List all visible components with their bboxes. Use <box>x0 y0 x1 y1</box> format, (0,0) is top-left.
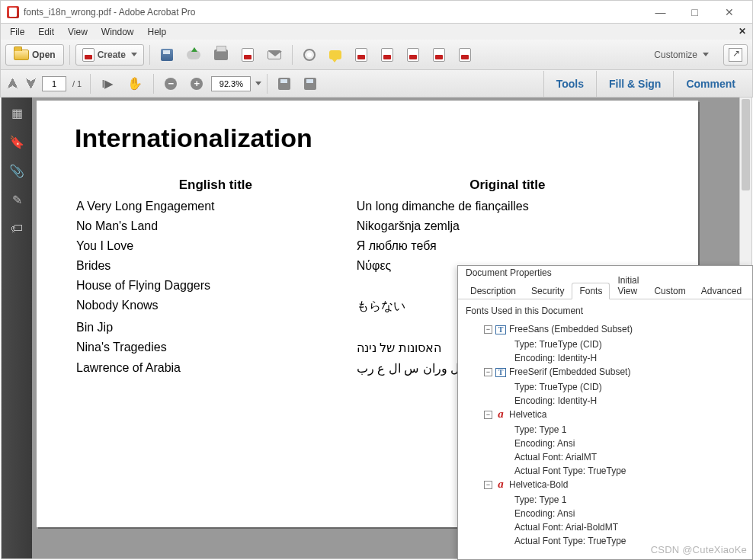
collapse-icon[interactable]: − <box>484 325 492 334</box>
cell-original: Я люблю тебя <box>357 237 658 255</box>
font-detail: Type: TrueType (CID) <box>514 380 745 394</box>
maximize-button[interactable]: □ <box>678 1 712 23</box>
dialog-body: Fonts Used in this Document −TFreeSans (… <box>458 299 752 554</box>
menu-view[interactable]: View <box>62 25 94 39</box>
cell-english: Brides <box>76 257 355 275</box>
folder-icon <box>14 50 29 60</box>
menu-edit[interactable]: Edit <box>32 25 60 39</box>
customize-label: Customize <box>654 50 697 60</box>
font-type-icon: a <box>495 479 506 488</box>
thumbnails-panel-button[interactable]: ▦ <box>9 105 24 120</box>
comment-icon <box>329 50 341 59</box>
scrollbar-thumb[interactable] <box>742 99 750 190</box>
fit-page-button[interactable] <box>273 73 296 94</box>
chevron-down-icon <box>131 53 137 56</box>
menu-help[interactable]: Help <box>142 25 173 39</box>
cell-original: Un long dimanche de fiançailles <box>357 197 658 216</box>
font-name: FreeSerif (Embedded Subset) <box>509 366 630 377</box>
zoom-in-button[interactable]: + <box>185 73 208 94</box>
fit-width-icon <box>304 78 316 90</box>
tab-fonts[interactable]: Fonts <box>572 283 610 299</box>
gear-icon <box>303 49 316 61</box>
cell-english: Bin Jip <box>76 318 355 337</box>
cell-english: Lawrence of Arabia <box>76 359 355 378</box>
form-button[interactable] <box>453 44 476 66</box>
hand-tool-button[interactable]: ✋ <box>122 73 148 94</box>
settings-button[interactable] <box>298 44 321 66</box>
collapse-icon[interactable]: − <box>484 411 492 419</box>
fit-page-icon <box>278 78 290 90</box>
select-tool-button[interactable]: I▶ <box>96 73 119 94</box>
font-detail: Type: Type 1 <box>514 423 745 437</box>
prev-page-button[interactable]: ⮝ <box>5 76 21 91</box>
font-node[interactable]: −aHelvetica-Bold <box>484 478 745 491</box>
font-node[interactable]: −TFreeSans (Embedded Subset) <box>484 322 745 336</box>
tab-security[interactable]: Security <box>524 283 572 299</box>
signatures-panel-button[interactable]: ✎ <box>9 192 24 207</box>
table-row: A Very Long EngagementUn long dimanche d… <box>76 197 658 216</box>
combine-button[interactable] <box>402 44 425 66</box>
sign-button[interactable] <box>428 44 450 66</box>
font-detail: Actual Font: Arial-BoldMT <box>514 520 745 534</box>
chevron-down-icon[interactable] <box>255 82 261 85</box>
sign-icon <box>433 48 445 62</box>
menu-file[interactable]: File <box>4 25 30 39</box>
font-detail: Actual Font: ArialMT <box>514 450 745 464</box>
font-node[interactable]: −aHelvetica <box>484 408 745 421</box>
toolbar-separator <box>149 45 150 65</box>
font-detail: Encoding: Ansi <box>514 437 745 450</box>
tab-description[interactable]: Description <box>463 283 524 299</box>
font-tree: −TFreeSans (Embedded Subset)Type: TrueTy… <box>484 322 745 548</box>
page-number-input[interactable] <box>42 76 66 91</box>
toolbar-separator <box>292 45 293 65</box>
document-properties-dialog: Document Properties Description Security… <box>457 265 753 560</box>
font-type-icon: a <box>495 409 506 418</box>
attachments-panel-button[interactable]: 📎 <box>9 163 24 178</box>
cloud-upload-button[interactable] <box>181 44 206 66</box>
menu-window[interactable]: Window <box>95 25 140 39</box>
create-button[interactable]: Create <box>75 44 144 66</box>
menu-bar: File Edit View Window Help ✕ <box>0 24 753 40</box>
comment-panel-button[interactable]: Comment <box>673 71 748 97</box>
fit-width-button[interactable] <box>299 73 322 94</box>
customize-toolbar-button[interactable]: Customize <box>649 44 714 66</box>
font-node[interactable]: −TFreeSerif (Embedded Subset) <box>484 365 745 379</box>
tools-panel-button[interactable]: Tools <box>543 71 596 97</box>
cell-english: Nobody Knows <box>76 296 355 317</box>
share-button[interactable] <box>236 44 259 66</box>
cell-original: Nikogaršnja zemlja <box>357 217 658 235</box>
font-name: Helvetica-Bold <box>509 479 568 490</box>
fonts-section-label: Fonts Used in this Document <box>466 306 745 316</box>
save-icon <box>161 49 173 61</box>
save-button[interactable] <box>155 44 178 66</box>
email-button[interactable] <box>262 44 287 66</box>
open-button[interactable]: Open <box>5 44 64 66</box>
bookmarks-panel-button[interactable]: 🔖 <box>9 134 24 149</box>
font-detail: Actual Font Type: TrueType <box>514 534 745 548</box>
print-button[interactable] <box>209 44 233 66</box>
toolbar-separator <box>90 74 91 94</box>
cell-english: A Very Long Engagement <box>76 197 355 216</box>
fill-sign-panel-button[interactable]: Fill & Sign <box>596 71 673 97</box>
tab-advanced[interactable]: Advanced <box>694 283 749 299</box>
chevron-down-icon <box>703 53 709 56</box>
edit-pdf-button[interactable] <box>350 44 373 66</box>
collapse-icon[interactable]: − <box>484 368 492 376</box>
tab-custom[interactable]: Custom <box>646 283 693 299</box>
export-button[interactable] <box>376 44 399 66</box>
next-page-button[interactable]: ⮟ <box>24 76 39 91</box>
fullscreen-button[interactable] <box>723 44 748 66</box>
tab-initial-view[interactable]: Initial View <box>610 272 646 299</box>
zoom-input[interactable] <box>211 76 251 91</box>
collapse-icon[interactable]: − <box>484 481 492 489</box>
minimize-button[interactable]: ― <box>643 1 678 23</box>
comment-tool-button[interactable] <box>324 44 347 66</box>
menu-close-doc-button[interactable]: ✕ <box>736 25 748 37</box>
font-name: FreeSans (Embedded Subset) <box>509 324 633 334</box>
zoom-out-button[interactable]: − <box>159 73 182 94</box>
close-button[interactable]: ✕ <box>712 1 746 23</box>
printer-icon <box>214 50 228 60</box>
cell-english: You I Love <box>76 237 355 255</box>
font-detail: Actual Font Type: TrueType <box>514 464 745 478</box>
tags-panel-button[interactable]: 🏷 <box>9 221 24 236</box>
